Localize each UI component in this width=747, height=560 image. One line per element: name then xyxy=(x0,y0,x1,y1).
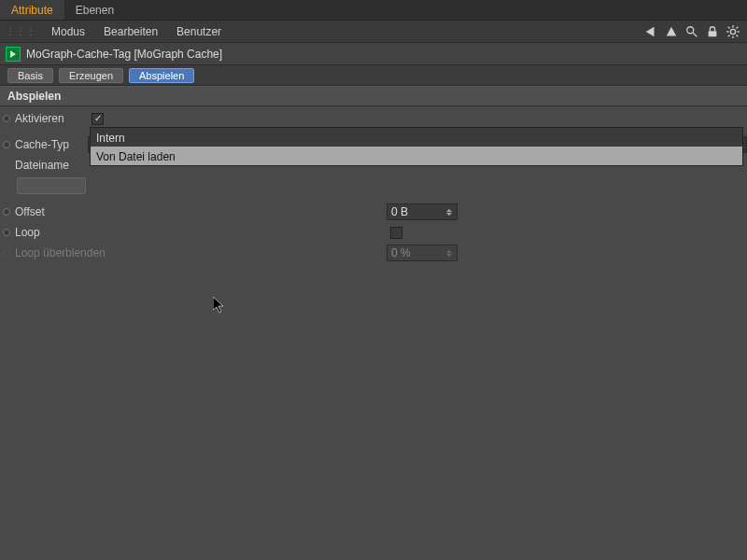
svg-marker-1 xyxy=(667,26,677,35)
search-icon[interactable] xyxy=(684,23,700,40)
properties-panel: Aktivieren Cache-Typ Von Datei laden Dat… xyxy=(0,106,747,265)
menu-modus[interactable]: Modus xyxy=(44,22,92,41)
checkbox-loop[interactable] xyxy=(390,227,402,239)
svg-line-11 xyxy=(737,35,739,36)
anim-dot-loop-blend xyxy=(0,246,13,259)
nav-up-icon[interactable] xyxy=(663,23,680,40)
checkbox-aktivieren[interactable] xyxy=(92,113,104,125)
top-tab-strip: Attribute Ebenen xyxy=(0,0,747,21)
section-abspielen: Abspielen xyxy=(0,86,747,106)
spinner-offset-value: 0 B xyxy=(391,205,445,218)
anim-dot-loop[interactable] xyxy=(0,226,13,239)
subtab-erzeugen[interactable]: Erzeugen xyxy=(59,68,123,83)
spinner-loop-blend: 0 % xyxy=(387,245,458,261)
svg-marker-0 xyxy=(646,26,655,36)
row-dateiname-path xyxy=(0,175,747,196)
nav-back-icon[interactable] xyxy=(642,23,659,40)
menu-bar: ⋮⋮⋮ Modus Bearbeiten Benutzer xyxy=(0,21,747,43)
svg-point-2 xyxy=(687,26,694,33)
svg-point-5 xyxy=(730,29,735,34)
anim-dot-cache-typ[interactable] xyxy=(0,138,13,151)
dropdown-option-von-datei[interactable]: Von Datei laden xyxy=(91,147,742,165)
label-aktivieren: Aktivieren xyxy=(13,112,88,125)
spinner-loop-blend-value: 0 % xyxy=(391,246,445,259)
svg-rect-4 xyxy=(709,31,717,36)
mouse-cursor-icon xyxy=(213,297,226,316)
object-header: MoGraph-Cache-Tag [MoGraph Cache] xyxy=(0,43,747,65)
tab-ebenen[interactable]: Ebenen xyxy=(64,0,125,20)
row-aktivieren: Aktivieren xyxy=(0,108,747,129)
subtab-abspielen[interactable]: Abspielen xyxy=(129,68,194,83)
menu-benutzer[interactable]: Benutzer xyxy=(169,22,229,41)
spinner-offset[interactable]: 0 B xyxy=(387,203,458,220)
label-loop: Loop xyxy=(13,226,40,239)
browse-path-button[interactable] xyxy=(17,177,86,194)
anim-dot-dateiname-spacer xyxy=(0,159,13,172)
object-title: MoGraph-Cache-Tag [MoGraph Cache] xyxy=(26,48,222,61)
anim-dot-aktivieren[interactable] xyxy=(0,112,13,125)
anim-dot-offset[interactable] xyxy=(0,205,13,218)
label-dateiname: Dateiname xyxy=(13,159,88,172)
svg-line-3 xyxy=(693,32,697,35)
svg-line-10 xyxy=(728,26,730,28)
grip-icon: ⋮⋮⋮ xyxy=(6,26,36,36)
spinner-offset-arrows[interactable] xyxy=(445,209,453,216)
lock-icon[interactable] xyxy=(704,23,721,40)
label-cache-typ: Cache-Typ xyxy=(13,138,88,151)
menu-bearbeiten[interactable]: Bearbeiten xyxy=(96,22,165,41)
dropdown-cache-typ-list: Intern Von Datei laden xyxy=(90,127,743,166)
label-offset: Offset xyxy=(13,205,45,218)
row-offset: Offset . . . . . . . . . . . . . . . . .… xyxy=(0,202,747,222)
mograph-cache-tag-icon xyxy=(6,47,21,62)
svg-line-12 xyxy=(728,35,730,36)
subtab-basis[interactable]: Basis xyxy=(7,68,53,83)
tab-attribute[interactable]: Attribute xyxy=(0,0,64,20)
spinner-loop-blend-arrows xyxy=(445,250,453,257)
label-loop-blend: Loop überblenden xyxy=(13,246,106,259)
sub-tab-strip: Basis Erzeugen Abspielen xyxy=(0,65,747,86)
svg-line-13 xyxy=(737,26,739,28)
row-loop: Loop . . . . . . . . . . . . . . . . . .… xyxy=(0,222,747,243)
gear-icon[interactable] xyxy=(725,23,741,40)
row-loop-blend: Loop überblenden . . . . . . . . . . . .… xyxy=(0,243,747,263)
dropdown-option-intern[interactable]: Intern xyxy=(91,128,742,147)
svg-marker-14 xyxy=(213,297,223,313)
